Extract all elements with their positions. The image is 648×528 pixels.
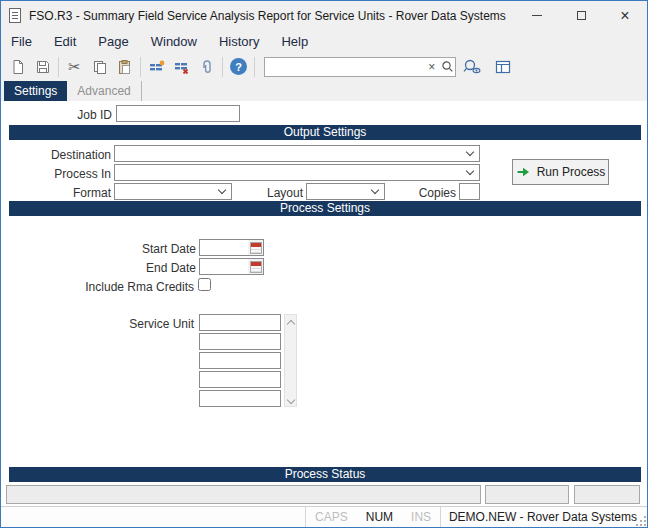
new-document-button[interactable] [5,55,30,79]
toolbar-separator [58,57,59,77]
process-status-message [6,485,481,504]
end-date-label: End Date [1,261,196,275]
service-unit-label: Service Unit [1,317,194,331]
window-layout-button[interactable] [488,55,518,79]
menu-page[interactable]: Page [98,34,128,49]
paste-icon [117,59,133,75]
delete-job-button[interactable] [169,55,194,79]
toolbar: ✂ ? × [1,52,647,81]
chevron-down-icon [218,186,226,194]
record-lookup-button[interactable] [456,55,488,79]
status-bar: CAPS NUM INS DEMO.NEW - Rover Data Syste… [1,506,647,527]
submit-job-icon [148,59,166,75]
clear-search-icon[interactable]: × [424,60,440,74]
toolbar-search: × [264,57,456,77]
scroll-up-icon[interactable] [286,320,294,328]
scroll-down-icon[interactable] [286,396,294,404]
toolbar-separator [140,57,141,77]
process-status-field-3 [574,485,640,504]
process-status-header: Process Status [9,467,641,482]
process-settings-header: Process Settings [9,201,641,216]
process-status-field-2 [485,485,569,504]
resize-grip[interactable] [634,514,646,526]
end-date-calendar-button[interactable] [248,259,263,274]
job-id-label: Job ID [1,108,112,122]
layout-label: Layout [231,186,303,200]
attachment-icon [199,59,215,75]
help-button[interactable]: ? [226,55,251,79]
output-settings-header: Output Settings [9,125,641,140]
end-date-field [199,258,264,275]
application-window: FSO.R3 - Summary Field Service Analysis … [0,0,648,528]
chevron-down-icon [466,148,474,156]
search-icon[interactable] [440,60,456,73]
menu-bar: File Edit Page Window History Help [1,30,647,52]
menu-file[interactable]: File [11,34,32,49]
chevron-down-icon [371,186,379,194]
destination-label: Destination [1,148,111,162]
start-date-calendar-button[interactable] [248,240,263,255]
delete-job-icon [173,59,191,75]
maximize-button[interactable] [559,1,603,30]
caps-indicator: CAPS [306,510,357,524]
service-unit-input-5[interactable] [199,390,281,407]
toolbar-separator [222,57,223,77]
calendar-icon [250,242,262,254]
service-unit-input-2[interactable] [199,333,281,350]
toolbar-separator [254,57,255,77]
submit-job-button[interactable] [144,55,169,79]
start-date-input[interactable] [200,240,248,255]
destination-select[interactable] [114,145,480,162]
window-layout-icon [494,59,512,75]
service-unit-input-3[interactable] [199,352,281,369]
include-rma-credits-checkbox[interactable] [198,278,211,291]
minimize-icon [532,15,542,16]
record-lookup-icon [462,58,482,75]
include-rma-credits-label: Include Rma Credits [1,280,194,294]
copies-input[interactable] [459,183,480,200]
run-process-label: Run Process [537,165,606,179]
copies-label: Copies [384,186,456,200]
save-button[interactable] [30,55,55,79]
menu-help[interactable]: Help [281,34,308,49]
start-date-label: Start Date [1,242,196,256]
format-select[interactable] [114,183,232,200]
process-in-select[interactable] [114,164,480,181]
title-bar: FSO.R3 - Summary Field Service Analysis … [1,1,647,30]
menu-edit[interactable]: Edit [54,34,76,49]
service-unit-input-4[interactable] [199,371,281,388]
layout-select[interactable] [306,183,385,200]
search-input[interactable] [265,59,424,75]
menu-window[interactable]: Window [151,34,197,49]
start-date-field [199,239,264,256]
cut-button[interactable]: ✂ [62,55,87,79]
format-label: Format [1,186,111,200]
num-indicator: NUM [357,510,402,524]
service-unit-scrollbar[interactable] [284,314,297,407]
help-icon: ? [230,58,247,75]
form-document-icon [9,8,21,23]
paste-button[interactable] [112,55,137,79]
close-button[interactable]: × [603,1,647,30]
chevron-down-icon [466,167,474,175]
new-document-icon [10,59,26,75]
attachment-button[interactable] [194,55,219,79]
tab-advanced[interactable]: Advanced [67,81,141,101]
connection-status: DEMO.NEW - Rover Data Systems [441,510,647,524]
copy-button[interactable] [87,55,112,79]
tab-settings[interactable]: Settings [4,81,67,101]
calendar-icon [250,261,262,273]
maximize-icon [577,11,586,20]
end-date-input[interactable] [200,259,248,274]
tab-strip: Settings Advanced [1,81,647,101]
process-in-label: Process In [1,167,111,181]
run-arrow-icon [516,165,531,179]
minimize-button[interactable] [515,1,559,30]
save-icon [35,59,51,75]
run-process-button[interactable]: Run Process [512,159,609,185]
window-title: FSO.R3 - Summary Field Service Analysis … [29,9,506,23]
job-id-input[interactable] [116,105,240,122]
copy-icon [92,59,108,75]
service-unit-input-1[interactable] [199,314,281,331]
menu-history[interactable]: History [219,34,259,49]
